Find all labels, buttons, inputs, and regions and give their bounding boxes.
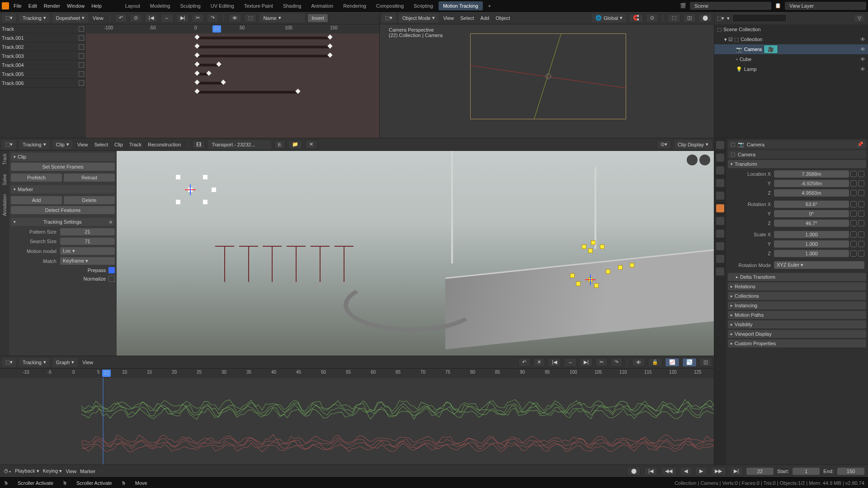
editor-type-selector[interactable]: ⬚▾ [382,14,396,23]
tab-shading[interactable]: Shading [278,1,306,10]
hide-icon[interactable] [79,44,84,50]
section-collections[interactable]: Collections [728,292,866,300]
proportional-icon[interactable]: ⊙ [646,14,658,23]
side-tab-track[interactable]: Track [2,154,7,165]
graph-canvas[interactable]: 22 -10-505101520253035404550556065707580… [0,369,714,465]
jump-last-icon[interactable]: ▶| [730,467,743,476]
playhead[interactable]: 22 [102,370,111,377]
center-icon[interactable]: ⊙ [130,14,142,23]
current-frame-field[interactable]: 22 [746,468,774,475]
tracking-marker[interactable] [576,282,580,286]
track-row[interactable]: Track.006 [0,79,86,88]
snap-icon[interactable]: 🧲 [629,14,643,23]
jump-start-icon[interactable]: |◀ [548,358,561,367]
tracking-marker[interactable] [176,200,180,204]
view3d-object-menu[interactable]: Object [494,15,512,21]
prop-tab-modifiers[interactable] [716,217,724,225]
playhead[interactable]: 22 [212,25,221,33]
normalize-checkbox[interactable] [108,276,115,282]
menu-edit[interactable]: Edit [28,3,37,9]
track-row[interactable]: Track.002 [0,42,86,52]
tracking-marker[interactable] [589,249,592,253]
section-visibility[interactable]: Visibility [728,320,866,328]
tracking-marker[interactable] [600,245,604,249]
tracking-marker[interactable] [591,241,595,244]
eye-icon[interactable]: 👁 [860,47,865,52]
tracking-marker[interactable] [606,270,610,273]
tracking-marker[interactable] [589,278,592,282]
clip-viewport[interactable] [117,151,714,356]
prop-tab-data[interactable] [716,255,724,263]
tab-rendering[interactable]: Rendering [339,1,371,10]
pin-icon[interactable]: ⬚ [731,141,735,147]
pin-toggle-icon[interactable]: 📌 [857,141,863,147]
auto-keying-icon[interactable]: ⬤ [627,467,641,476]
jump-prev-icon[interactable]: ↶ [115,14,127,23]
tracking-marker[interactable] [176,175,180,179]
graph-type-selector[interactable]: Graph ▾ [52,358,78,367]
prop-tab-scene[interactable] [716,179,724,187]
sort-selector[interactable]: Name ▾ [259,14,305,23]
editor-type-selector[interactable]: ⬚▾ [2,358,16,367]
menu-help[interactable]: Help [91,3,102,9]
prop-tab-constraints[interactable] [716,242,724,250]
clip-browse-icon[interactable]: 🎞 [192,140,205,149]
track-row[interactable]: Track.001 [0,33,86,42]
overlay-icon[interactable]: ⬚ [668,14,680,23]
dopesheet-view-menu[interactable]: View [91,15,105,21]
eye-icon[interactable]: 👁 [860,56,865,62]
tab-texture[interactable]: Texture Paint [240,1,278,10]
location-z-field[interactable]: 4.9583m [774,189,849,197]
play-icon[interactable]: ▶ [695,467,707,476]
clear-icon[interactable]: ✂ [595,358,608,367]
editor-type-selector[interactable]: ⬚▾ [2,14,16,23]
section-motion-paths[interactable]: Motion Paths [728,311,866,319]
panel-tracking-settings-header[interactable]: Tracking Settings≡ [11,218,115,226]
track-row[interactable]: Track.004 [0,61,86,70]
scene-selector[interactable]: Scene [690,2,771,10]
preset-icon[interactable]: ≡ [109,219,112,225]
clip-reconstruction-menu[interactable]: Reconstruction [146,142,183,147]
tracking-marker[interactable] [594,284,598,287]
pivot-icon[interactable]: ⊙▾ [656,140,671,149]
outliner-search-input[interactable] [732,14,787,22]
prop-tab-render[interactable] [716,141,724,149]
tab-compositing[interactable]: Compositing [372,1,408,10]
search-size-field[interactable]: 71 [60,238,115,245]
scale-z-field[interactable]: 1.000 [774,250,849,257]
jump-first-icon[interactable]: |◀ [644,467,657,476]
view3d-view-menu[interactable]: View [441,15,456,21]
tab-motion-tracking[interactable]: Motion Tracking [439,1,483,10]
start-frame-field[interactable]: 1 [793,468,820,475]
prev-key-icon[interactable]: ✕ [533,358,545,367]
match-selector[interactable]: Keyframe ▾ [60,257,115,265]
timeline-view-menu[interactable]: View [66,469,76,474]
tab-layout[interactable]: Layout [121,1,145,10]
object-name-field[interactable]: Camera [738,152,863,157]
prefetch-button[interactable]: Prefetch [11,174,62,182]
delete-marker-button[interactable]: Delete [64,196,115,204]
clip-view-menu[interactable]: View [75,142,90,147]
outliner-root[interactable]: ⬚ Scene Collection [714,24,868,34]
track-row[interactable]: Track.005 [0,70,86,79]
playback-menu[interactable]: Playback ▾ [15,468,39,474]
tracking-marker[interactable] [203,200,207,204]
tracking-marker[interactable] [630,263,634,267]
prop-tab-physics[interactable] [716,230,724,238]
dopesheet-type-selector[interactable]: Dopesheet ▾ [52,14,88,23]
show-hidden-icon[interactable]: ⬚ [244,14,257,23]
tracking-mode-selector[interactable]: Tracking ▾ [19,14,50,23]
keying-menu[interactable]: Keying ▾ [43,468,62,474]
view3d-add-menu[interactable]: Add [479,15,491,21]
section-instancing[interactable]: Instancing [728,301,866,310]
outliner-item-lamp[interactable]: 💡 Lamp👁 [714,64,868,74]
tracking-marker[interactable] [618,266,622,269]
tab-sculpting[interactable]: Sculpting [175,1,205,10]
prop-tab-object[interactable] [716,204,724,212]
menu-file[interactable]: File [14,3,22,9]
viewport-canvas[interactable]: Camera Perspective (22) Collection | Cam… [380,24,714,138]
eye-icon[interactable]: 👁 [860,37,865,42]
camera-data-icon[interactable]: 🎥 [764,45,778,54]
rotation-z-field[interactable]: 46.7° [774,220,849,227]
editor-type-selector[interactable]: ⬚▾ [2,140,16,149]
